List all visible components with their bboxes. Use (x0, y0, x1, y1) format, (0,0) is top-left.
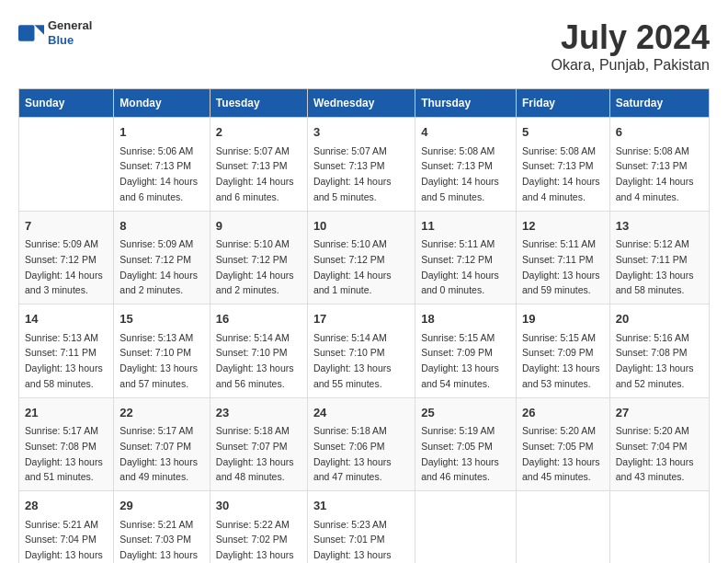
weekday-header-saturday: Saturday (609, 89, 709, 118)
day-info: Sunrise: 5:18 AMSunset: 7:06 PMDaylight:… (313, 425, 392, 482)
day-info: Sunrise: 5:20 AMSunset: 7:05 PMDaylight:… (522, 425, 600, 482)
day-number: 16 (216, 310, 301, 328)
calendar-cell: 13 Sunrise: 5:12 AMSunset: 7:11 PMDaylig… (609, 211, 709, 304)
day-info: Sunrise: 5:08 AMSunset: 7:13 PMDaylight:… (522, 145, 600, 202)
calendar-cell: 22 Sunrise: 5:17 AMSunset: 7:07 PMDaylig… (114, 397, 210, 491)
week-row-1: 1 Sunrise: 5:06 AMSunset: 7:13 PMDayligh… (19, 118, 710, 212)
calendar-cell: 28 Sunrise: 5:21 AMSunset: 7:04 PMDaylig… (19, 491, 114, 564)
day-number: 28 (25, 497, 108, 515)
day-number: 20 (616, 310, 703, 328)
day-info: Sunrise: 5:13 AMSunset: 7:11 PMDaylight:… (25, 332, 103, 389)
calendar-cell (516, 491, 609, 564)
week-row-4: 21 Sunrise: 5:17 AMSunset: 7:08 PMDaylig… (19, 397, 710, 491)
location-subtitle: Okara, Punjab, Pakistan (551, 57, 710, 74)
day-info: Sunrise: 5:10 AMSunset: 7:12 PMDaylight:… (313, 238, 392, 295)
day-info: Sunrise: 5:18 AMSunset: 7:07 PMDaylight:… (216, 425, 294, 482)
day-info: Sunrise: 5:09 AMSunset: 7:12 PMDaylight:… (25, 238, 103, 295)
day-info: Sunrise: 5:21 AMSunset: 7:04 PMDaylight:… (25, 519, 103, 564)
day-info: Sunrise: 5:23 AMSunset: 7:01 PMDaylight:… (313, 519, 392, 564)
weekday-header-row: SundayMondayTuesdayWednesdayThursdayFrid… (19, 89, 710, 118)
logo: General Blue (18, 18, 92, 47)
calendar-cell: 11 Sunrise: 5:11 AMSunset: 7:12 PMDaylig… (415, 211, 517, 304)
day-number: 14 (25, 310, 108, 328)
calendar-cell: 10 Sunrise: 5:10 AMSunset: 7:12 PMDaylig… (307, 211, 415, 304)
calendar-cell: 6 Sunrise: 5:08 AMSunset: 7:13 PMDayligh… (609, 118, 709, 212)
calendar-table: SundayMondayTuesdayWednesdayThursdayFrid… (18, 88, 710, 563)
day-info: Sunrise: 5:11 AMSunset: 7:11 PMDaylight:… (522, 238, 600, 295)
day-number: 23 (216, 404, 301, 422)
day-number: 24 (313, 404, 409, 422)
day-info: Sunrise: 5:20 AMSunset: 7:04 PMDaylight:… (616, 425, 694, 482)
main-title: July 2024 (551, 18, 710, 57)
day-number: 1 (119, 123, 204, 142)
calendar-cell: 23 Sunrise: 5:18 AMSunset: 7:07 PMDaylig… (210, 397, 307, 491)
calendar-cell: 31 Sunrise: 5:23 AMSunset: 7:01 PMDaylig… (307, 491, 415, 564)
day-number: 12 (522, 217, 604, 236)
calendar-cell: 1 Sunrise: 5:06 AMSunset: 7:13 PMDayligh… (114, 118, 210, 212)
day-number: 21 (25, 404, 108, 422)
calendar-cell: 16 Sunrise: 5:14 AMSunset: 7:10 PMDaylig… (210, 304, 307, 398)
day-info: Sunrise: 5:12 AMSunset: 7:11 PMDaylight:… (616, 238, 694, 295)
logo-blue: Blue (48, 33, 92, 48)
calendar-cell (19, 118, 114, 212)
title-block: July 2024 Okara, Punjab, Pakistan (551, 18, 710, 74)
day-number: 19 (522, 310, 604, 328)
weekday-header-sunday: Sunday (19, 89, 114, 118)
day-number: 29 (119, 497, 204, 515)
day-info: Sunrise: 5:07 AMSunset: 7:13 PMDaylight:… (216, 145, 294, 202)
day-info: Sunrise: 5:07 AMSunset: 7:13 PMDaylight:… (313, 145, 392, 202)
day-info: Sunrise: 5:15 AMSunset: 7:09 PMDaylight:… (522, 332, 600, 389)
week-row-3: 14 Sunrise: 5:13 AMSunset: 7:11 PMDaylig… (19, 304, 710, 398)
day-number: 22 (119, 404, 204, 422)
day-info: Sunrise: 5:08 AMSunset: 7:13 PMDaylight:… (616, 145, 694, 202)
day-info: Sunrise: 5:21 AMSunset: 7:03 PMDaylight:… (119, 519, 198, 564)
day-number: 7 (25, 217, 108, 236)
calendar-cell: 9 Sunrise: 5:10 AMSunset: 7:12 PMDayligh… (210, 211, 307, 304)
day-number: 8 (119, 217, 204, 236)
day-info: Sunrise: 5:22 AMSunset: 7:02 PMDaylight:… (216, 519, 294, 564)
calendar-cell: 26 Sunrise: 5:20 AMSunset: 7:05 PMDaylig… (516, 397, 609, 491)
day-number: 6 (616, 123, 703, 142)
day-info: Sunrise: 5:17 AMSunset: 7:08 PMDaylight:… (25, 425, 103, 482)
day-number: 3 (313, 123, 409, 142)
calendar-cell: 8 Sunrise: 5:09 AMSunset: 7:12 PMDayligh… (114, 211, 210, 304)
svg-marker-0 (35, 25, 45, 35)
day-number: 18 (421, 310, 510, 328)
day-info: Sunrise: 5:13 AMSunset: 7:10 PMDaylight:… (119, 332, 198, 389)
day-info: Sunrise: 5:14 AMSunset: 7:10 PMDaylight:… (216, 332, 294, 389)
calendar-cell: 4 Sunrise: 5:08 AMSunset: 7:13 PMDayligh… (415, 118, 517, 212)
calendar-cell (609, 491, 709, 564)
weekday-header-wednesday: Wednesday (307, 89, 415, 118)
weekday-header-monday: Monday (114, 89, 210, 118)
calendar-cell: 29 Sunrise: 5:21 AMSunset: 7:03 PMDaylig… (114, 491, 210, 564)
day-number: 4 (421, 123, 510, 142)
day-number: 31 (313, 497, 409, 515)
calendar-cell: 2 Sunrise: 5:07 AMSunset: 7:13 PMDayligh… (210, 118, 307, 212)
day-number: 9 (216, 217, 301, 236)
day-info: Sunrise: 5:16 AMSunset: 7:08 PMDaylight:… (616, 332, 694, 389)
calendar-cell: 12 Sunrise: 5:11 AMSunset: 7:11 PMDaylig… (516, 211, 609, 304)
calendar-cell: 19 Sunrise: 5:15 AMSunset: 7:09 PMDaylig… (516, 304, 609, 398)
calendar-cell (415, 491, 517, 564)
day-info: Sunrise: 5:10 AMSunset: 7:12 PMDaylight:… (216, 238, 294, 295)
day-info: Sunrise: 5:08 AMSunset: 7:13 PMDaylight:… (421, 145, 499, 202)
weekday-header-friday: Friday (516, 89, 609, 118)
day-number: 15 (119, 310, 204, 328)
calendar-cell: 17 Sunrise: 5:14 AMSunset: 7:10 PMDaylig… (307, 304, 415, 398)
day-info: Sunrise: 5:19 AMSunset: 7:05 PMDaylight:… (421, 425, 499, 482)
day-number: 10 (313, 217, 409, 236)
calendar-cell: 24 Sunrise: 5:18 AMSunset: 7:06 PMDaylig… (307, 397, 415, 491)
logo-icon (18, 20, 44, 46)
day-number: 2 (216, 123, 301, 142)
calendar-cell: 27 Sunrise: 5:20 AMSunset: 7:04 PMDaylig… (609, 397, 709, 491)
calendar-cell: 18 Sunrise: 5:15 AMSunset: 7:09 PMDaylig… (415, 304, 517, 398)
day-info: Sunrise: 5:17 AMSunset: 7:07 PMDaylight:… (119, 425, 198, 482)
calendar-cell: 15 Sunrise: 5:13 AMSunset: 7:10 PMDaylig… (114, 304, 210, 398)
day-number: 30 (216, 497, 301, 515)
page-header: General Blue July 2024 Okara, Punjab, Pa… (18, 18, 710, 74)
logo-general: General (48, 18, 92, 33)
weekday-header-thursday: Thursday (415, 89, 517, 118)
day-info: Sunrise: 5:15 AMSunset: 7:09 PMDaylight:… (421, 332, 499, 389)
day-number: 17 (313, 310, 409, 328)
calendar-cell: 5 Sunrise: 5:08 AMSunset: 7:13 PMDayligh… (516, 118, 609, 212)
